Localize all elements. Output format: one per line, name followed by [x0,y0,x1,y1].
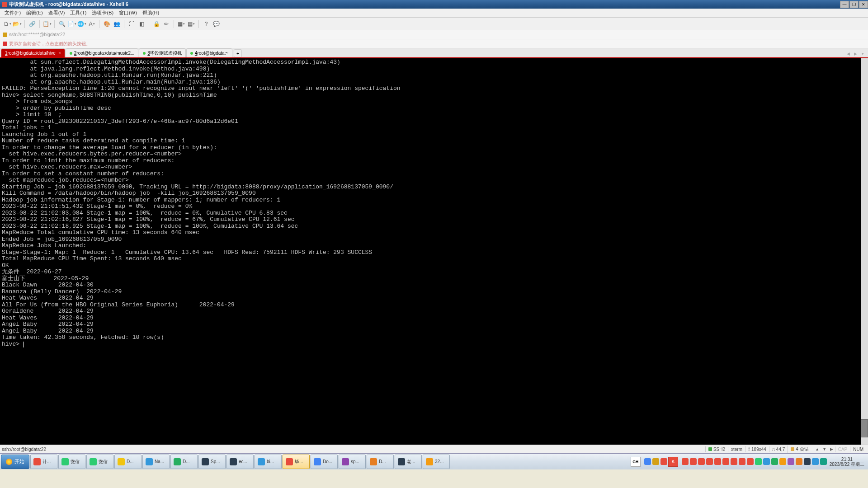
transparent-icon[interactable]: ◧ [137,19,146,28]
scrollbar[interactable] [861,58,868,445]
taskbar-item[interactable]: Sp... [198,455,226,469]
web-icon[interactable]: 🌐▾ [77,19,86,28]
highlight-icon[interactable]: ✏ [162,19,171,28]
tray-icon[interactable] [682,458,689,465]
color-icon[interactable]: 🎨 [102,19,111,28]
copy-icon[interactable]: 📋▾ [42,19,52,28]
tab-next-icon[interactable]: ▶ [852,50,859,57]
scroll-thumb[interactable] [861,419,868,437]
cursor [23,342,24,347]
status-down-icon[interactable]: ▼ [821,446,828,452]
taskbar-item[interactable]: Na... [142,455,170,469]
close-button[interactable]: ✕ [859,1,868,8]
tray-icon[interactable] [644,458,651,465]
session-tab[interactable]: 3 毕设测试虚拟机 [139,48,186,57]
tray-icon[interactable] [660,458,667,465]
search-icon[interactable]: 🔍 [57,19,66,28]
status-sessions: 4 会话 [796,446,808,452]
ime-button[interactable]: S [668,457,678,467]
tray-icon[interactable] [731,458,737,465]
menu-tools[interactable]: 工具(T) [67,9,89,17]
tray-icon[interactable] [714,458,721,465]
cascade-icon[interactable]: ▤▾ [187,19,196,28]
session-icon[interactable]: 👥 [112,19,121,28]
menu-view[interactable]: 查看(V) [46,9,68,17]
status-term: xterm [728,446,745,452]
lock-icon[interactable]: 🔒 [152,19,161,28]
new-session-icon[interactable]: 🗋▾ [3,19,12,28]
reconnect-icon[interactable]: 🔗 [28,19,37,28]
status-rc: 44,7 [776,447,785,452]
tray-icon[interactable] [788,458,794,465]
taskbar-item[interactable]: D... [367,455,394,469]
taskbar-item[interactable]: bi... [255,455,282,469]
hint-text: 要添加当前会话，点击左侧的箭头按钮。 [9,41,90,47]
tab-bar: 1 root@bigdata:/data/hive×2 root@bigdata… [0,48,868,58]
task-label: Na... [155,459,164,464]
tray-icon[interactable] [755,458,762,465]
taskbar-item[interactable]: 毕... [283,455,310,469]
clock[interactable]: 21:31 2023/8/22 星期二 [827,457,867,467]
taskbar-item[interactable]: ec... [226,455,254,469]
taskbar-item[interactable]: sp... [339,455,366,469]
tray-icon[interactable] [722,458,729,465]
start-label: 开始 [14,458,24,465]
status-right-icon[interactable]: ▶ [829,446,835,452]
font-icon[interactable]: A▾ [87,19,96,28]
tray-icon[interactable] [652,458,659,465]
taskbar-item[interactable]: D... [114,455,142,469]
taskbar-item[interactable]: 老... [395,455,422,469]
taskbar-item[interactable]: 微信 [86,455,113,469]
tray-icon[interactable] [771,458,778,465]
tab-label: root@bigdata:/data/music2... [76,51,134,56]
tray-icon[interactable] [804,458,811,465]
pin-icon[interactable] [3,42,7,46]
tray-icon[interactable] [698,458,705,465]
minimize-button[interactable]: — [840,1,849,8]
address-bar[interactable]: ssh://root:******@bigdata:22 [0,30,868,39]
app-icon [370,458,377,465]
tray-icon[interactable] [739,458,745,465]
status-up-icon[interactable]: ▲ [814,446,821,452]
menu-edit[interactable]: 编辑(E) [24,9,46,17]
taskbar-item[interactable]: D... [170,455,198,469]
status-ssh: SSH2 [713,447,725,452]
tab-list-icon[interactable]: ▾ [859,50,866,57]
menu-window[interactable]: 窗口(W) [116,9,140,17]
session-tab[interactable]: 2 root@bigdata:/data/music2... [66,48,139,57]
app-icon [118,458,125,465]
maximize-button[interactable]: ❐ [849,1,859,8]
terminal[interactable]: at sun.reflect.DelegatingMethodAccessorI… [0,58,868,445]
lang-ch[interactable]: CH [631,457,641,467]
new-tab-button[interactable]: + [234,49,242,57]
session-tab[interactable]: 1 root@bigdata:/data/hive× [1,48,65,57]
menu-tabs[interactable]: 选项卡(B) [89,9,116,17]
task-label: Do... [323,459,332,464]
tab-prev-icon[interactable]: ◀ [844,50,852,57]
taskbar-item[interactable]: 微信 [58,455,85,469]
properties-icon[interactable]: 📄▾ [67,19,76,28]
window-title: 毕设测试虚拟机 - root@bigdata:/data/hive - Xshe… [9,1,840,8]
menu-file[interactable]: 文件(F) [2,9,24,17]
tray-icon[interactable] [763,458,770,465]
hint-bar: 要添加当前会话，点击左侧的箭头按钮。 [0,39,868,48]
menu-help[interactable]: 帮助(H) [140,9,162,17]
tab-close-icon[interactable]: × [58,51,61,56]
fullscreen-icon[interactable]: ⛶ [127,19,136,28]
tray-icon[interactable] [812,458,819,465]
tray-icon[interactable] [796,458,802,465]
tile-icon[interactable]: ▦▾ [177,19,186,28]
tray-icon[interactable] [820,458,827,465]
tray-icon[interactable] [747,458,754,465]
session-tab[interactable]: 4 root@bigdata:~ [186,48,232,57]
tray-icon[interactable] [779,458,786,465]
taskbar-item[interactable]: 32... [423,455,450,469]
help-icon[interactable]: ? [202,19,211,28]
tray-icon[interactable] [690,458,697,465]
taskbar-item[interactable]: 计... [30,455,57,469]
open-icon[interactable]: 📂▾ [13,19,22,28]
chat-icon[interactable]: 💬 [212,19,221,28]
taskbar-item[interactable]: Do... [311,455,338,469]
start-button[interactable]: 开始 [1,455,29,469]
tray-icon[interactable] [706,458,713,465]
